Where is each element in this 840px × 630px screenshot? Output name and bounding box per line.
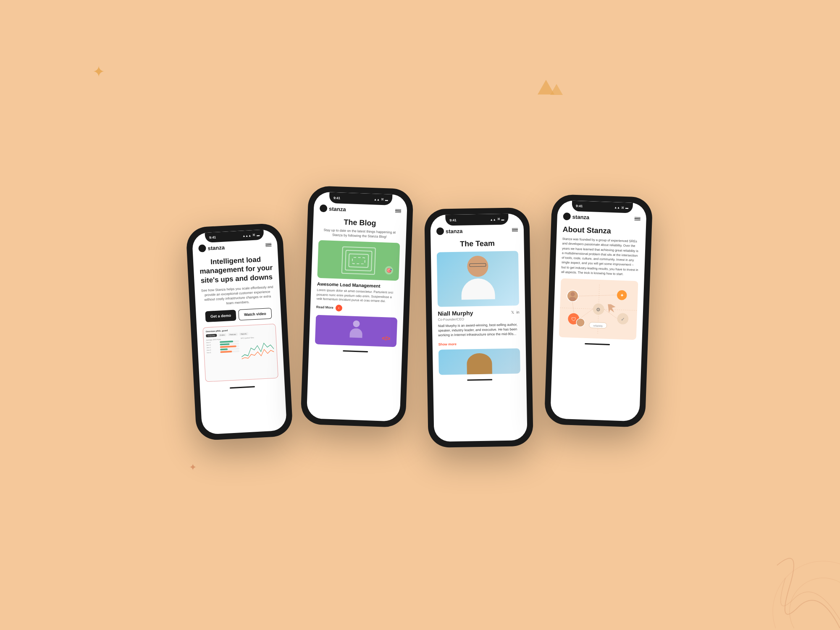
blog-card-1-title: Awesome Load Management <box>317 281 399 289</box>
phone-1-screen: 9:41 ▲▲▲ ⌘ ▬ stanza <box>192 229 287 435</box>
svg-text:reliability: reliability <box>593 324 603 327</box>
line-chart <box>241 338 275 361</box>
phone-1: 9:41 ▲▲▲ ⌘ ▬ stanza <box>186 223 293 441</box>
svg-text:⚙: ⚙ <box>596 307 601 312</box>
chart-area: Average SPS Posts Item A Item B <box>206 335 275 372</box>
bar-label-1: Item A <box>206 341 219 344</box>
target-icon: 🎯 <box>385 266 394 275</box>
read-more-link[interactable]: Read More › <box>316 304 398 313</box>
tab-endpoints[interactable]: Endpoints <box>206 333 217 337</box>
blog-subtitle: Stay up to date on the latest things hap… <box>319 228 401 240</box>
phone-1-content: Intelligent load management for your sit… <box>193 251 284 386</box>
svg-line-20 <box>572 302 574 313</box>
phone-1-time: 9:41 <box>209 235 216 239</box>
spiral-decoration <box>714 502 840 630</box>
phone-4-home-indicator <box>585 343 610 345</box>
logo-icon-4 <box>563 213 571 220</box>
phone-3-time: 9:41 <box>449 218 456 222</box>
dashboard-preview: Overview pffdx_guard Endpoints Orders Fe… <box>202 323 278 382</box>
glasses <box>469 263 486 267</box>
bar-label-2: Item B <box>206 344 219 346</box>
about-illustration: ✦ 🛡 ⚙ ✓ <box>559 278 638 340</box>
menu-button-3[interactable] <box>512 228 518 232</box>
phone-3-status-icons: ▲▲ ⌘ ▬ <box>490 218 504 221</box>
person-role: Co-Founder/CEO <box>438 316 520 321</box>
triangle-small <box>550 84 563 97</box>
cta-buttons: Get a demo Watch video <box>202 307 275 322</box>
tab-features[interactable]: Features <box>228 333 238 336</box>
logo-icon-3 <box>436 227 444 235</box>
phone-3-navbar: stanza <box>430 224 524 238</box>
svg-text:✓: ✓ <box>621 316 625 322</box>
person-name: Niall Murphy <box>438 310 473 317</box>
get-demo-button[interactable]: Get a demo <box>205 310 236 322</box>
phone-1-status-icons: ▲▲▲ ⌘ ▬ <box>242 233 260 237</box>
bar-track-5 <box>220 350 239 353</box>
svg-text:✦: ✦ <box>620 292 624 298</box>
svg-marker-0 <box>550 84 563 95</box>
team-member-photo <box>437 251 519 307</box>
phone-2-home-indicator <box>343 350 368 352</box>
wifi-icon-4: ⌘ <box>621 206 624 209</box>
phone-4-content: About Stanza Stanza was founded by a gro… <box>553 222 646 342</box>
logo-icon <box>198 244 206 252</box>
blog-title: The Blog <box>319 217 401 229</box>
phones-container: 9:41 ▲▲▲ ⌘ ▬ stanza <box>191 183 649 447</box>
signal-icon-3: ▲▲ <box>490 218 496 221</box>
logo-text-4: stanza <box>572 213 590 220</box>
phone-3-logo: stanza <box>436 227 463 235</box>
person-body <box>461 278 495 299</box>
phone-3-notch: 9:41 ▲▲ ⌘ ▬ <box>445 214 508 226</box>
phone-4-status-icons: ▲▲ ⌘ ▬ <box>614 206 628 210</box>
show-more-link[interactable]: Show more <box>438 342 457 346</box>
nested-rects-illustration <box>341 247 376 275</box>
logo-text: stanza <box>207 244 225 251</box>
bar-fill-1 <box>220 340 233 343</box>
phone-3: 9:41 ▲▲ ⌘ ▬ stanza The Team <box>424 207 533 448</box>
phone-1-logo: stanza <box>198 244 225 252</box>
signal-icon-2: ▲▲ <box>374 198 380 201</box>
blog-card-1-text: Lorem ipsum dolor sit amet consectetur. … <box>316 288 398 304</box>
tab-reports[interactable]: Reports <box>239 332 248 335</box>
signal-icon-4: ▲▲ <box>614 206 620 209</box>
bar-label-3: Item C <box>207 346 219 349</box>
tab-orders[interactable]: Orders <box>218 333 227 336</box>
menu-button-4[interactable] <box>635 217 640 221</box>
menu-button[interactable] <box>265 243 271 247</box>
phone-2-notch: 9:41 ▲▲ ⌘ ▬ <box>329 192 393 205</box>
phone-2: 9:41 ▲▲ ⌘ ▬ stanza The Blog <box>300 186 414 428</box>
twitter-icon[interactable]: 𝕏 <box>511 310 514 315</box>
bar-fill-2 <box>220 343 229 345</box>
battery-icon-2: ▬ <box>385 198 388 201</box>
person-bio: Niall Murphy is an award-winning, best-s… <box>438 322 520 338</box>
battery-icon: ▬ <box>257 234 260 236</box>
rect-4 <box>352 257 366 264</box>
linkedin-icon[interactable]: in <box>516 310 519 314</box>
about-title: About Stanza <box>562 225 640 236</box>
watch-video-button[interactable]: Watch video <box>238 307 272 320</box>
signal-icon: ▲▲▲ <box>242 234 251 237</box>
phone-4-logo: stanza <box>563 213 589 221</box>
wifi-icon: ⌘ <box>252 234 255 237</box>
svg-point-1 <box>790 578 840 628</box>
next-person-head <box>467 353 492 374</box>
person-info: Niall Murphy 𝕏 in Co-Founder/CEO Niall M… <box>438 309 520 347</box>
social-icons: 𝕏 in <box>511 310 519 314</box>
triangle-decoration <box>538 80 554 94</box>
svg-marker-23 <box>608 304 616 313</box>
code-icon: </> <box>382 335 391 342</box>
next-team-member <box>438 348 520 375</box>
svg-text:🛡: 🛡 <box>571 316 576 322</box>
bar-label-5: Item E <box>207 351 219 354</box>
hero-subtitle: See how Stanza helps you scale effortles… <box>200 284 274 307</box>
phone-4-time: 9:41 <box>576 204 583 208</box>
figure-body <box>349 328 362 338</box>
svg-point-2 <box>773 561 840 628</box>
battery-icon-3: ▬ <box>501 218 504 220</box>
bar-chart-area: Average SPS Posts Item A Item B <box>206 337 241 373</box>
logo-text-3: stanza <box>446 228 463 234</box>
menu-button-2[interactable] <box>395 209 401 213</box>
phone-2-logo: stanza <box>320 205 346 213</box>
phone-4: 9:41 ▲▲ ⌘ ▬ stanza About St <box>544 194 653 428</box>
blog-card-1: 🎯 Awesome Load Management Lorem ipsum do… <box>316 240 400 313</box>
